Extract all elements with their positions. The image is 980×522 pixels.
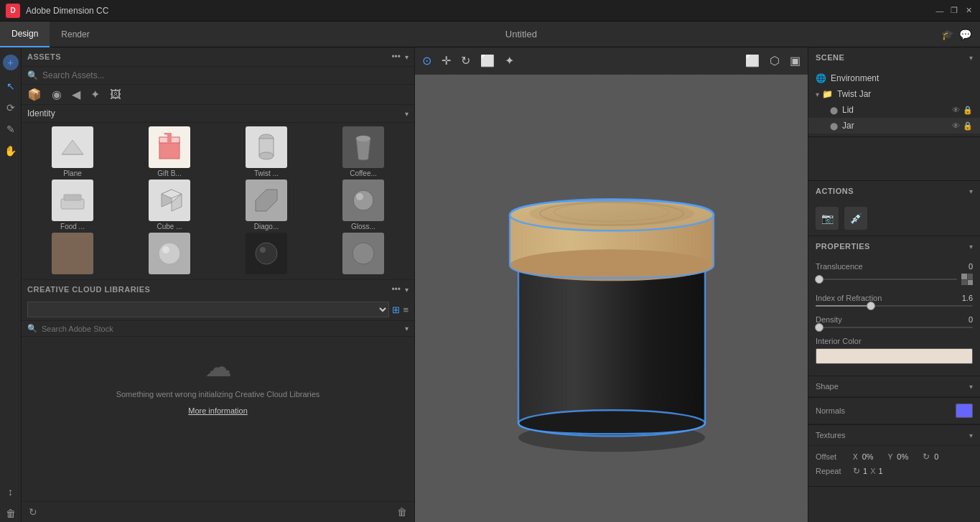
scene-item-label: Jar bbox=[842, 121, 952, 131]
offset-rotate-value: 0 bbox=[934, 452, 938, 461]
rotate-icon[interactable]: ↻ bbox=[461, 54, 470, 67]
select-tool[interactable]: ↖ bbox=[6, 80, 15, 92]
fullscreen-icon[interactable]: ⬜ bbox=[745, 54, 760, 67]
svg-point-32 bbox=[529, 200, 694, 226]
assets-more-icon[interactable]: ••• bbox=[391, 52, 401, 62]
actions-header[interactable]: ACTIONS ▾ bbox=[808, 181, 980, 201]
share-icon[interactable]: 💬 bbox=[959, 29, 971, 40]
cc-more-icon[interactable]: ••• bbox=[391, 284, 401, 294]
maximize-button[interactable]: ❐ bbox=[948, 5, 960, 17]
normals-color-swatch[interactable] bbox=[956, 404, 973, 418]
tab-render[interactable]: Render bbox=[50, 22, 101, 47]
asset-label: Twist ... bbox=[254, 169, 279, 177]
delete-tool[interactable]: 🗑 bbox=[6, 508, 16, 519]
svg-point-9 bbox=[356, 136, 370, 141]
translucence-label: Translucence bbox=[816, 262, 863, 271]
asset-label: Gift B... bbox=[157, 169, 181, 177]
list-item[interactable]: Twist ... bbox=[219, 126, 314, 177]
list-item[interactable] bbox=[25, 233, 120, 276]
interior-color-label: Interior Color bbox=[816, 337, 862, 345]
interior-color-property: Interior Color bbox=[816, 337, 973, 364]
list-item[interactable] bbox=[316, 233, 411, 276]
cc-more-info-link[interactable]: More information bbox=[188, 406, 248, 415]
asset-type-image[interactable]: 🖼 bbox=[110, 88, 121, 101]
interior-color-swatch[interactable] bbox=[816, 348, 973, 364]
screenshot-button[interactable]: 📷 bbox=[816, 207, 839, 230]
cc-delete-icon[interactable]: 🗑 bbox=[397, 506, 407, 518]
assets-chevron-icon[interactable]: ▾ bbox=[405, 53, 409, 61]
list-item[interactable]: Gloss... bbox=[316, 180, 411, 230]
lid-action2-icon[interactable]: 🔒 bbox=[963, 106, 973, 115]
svg-marker-0 bbox=[62, 140, 83, 154]
asset-type-light[interactable]: ◀ bbox=[72, 88, 80, 101]
search-input[interactable] bbox=[42, 70, 409, 80]
properties-header[interactable]: PROPERTIES ▾ bbox=[808, 236, 980, 256]
cc-library-select[interactable] bbox=[27, 302, 389, 317]
select-tool-icon[interactable]: ⊙ bbox=[422, 54, 431, 67]
translucence-grid-icon[interactable] bbox=[961, 274, 973, 285]
cc-chevron-icon[interactable]: ▾ bbox=[405, 286, 409, 294]
actions-chevron-icon: ▾ bbox=[969, 187, 973, 195]
viewport-title: Untitled bbox=[101, 29, 941, 39]
move-tool[interactable]: ✋ bbox=[4, 145, 17, 157]
lid-action1-icon[interactable]: 👁 bbox=[952, 106, 960, 114]
translucence-slider-knob[interactable] bbox=[815, 275, 823, 284]
snap-icon[interactable]: ✦ bbox=[505, 54, 514, 67]
actions-section: ACTIONS ▾ 📷 💉 bbox=[808, 180, 980, 236]
add-tool[interactable]: + bbox=[3, 55, 19, 70]
eyedropper-button[interactable]: 💉 bbox=[844, 207, 867, 230]
ior-slider-knob[interactable] bbox=[867, 302, 875, 310]
jar-action2-icon[interactable]: 🔒 bbox=[963, 121, 973, 131]
scene-item-jar[interactable]: ⬤ Jar 👁 🔒 bbox=[808, 118, 980, 134]
camera-icon[interactable]: ⬡ bbox=[770, 54, 780, 67]
svg-point-16 bbox=[353, 190, 373, 210]
asset-type-material[interactable]: ◉ bbox=[52, 88, 62, 101]
svg-point-19 bbox=[162, 246, 169, 253]
repeat-icon: ↻ bbox=[853, 466, 860, 476]
scene-header[interactable]: SCENE ▾ bbox=[808, 47, 980, 67]
orbit-tool[interactable]: ⟳ bbox=[6, 102, 15, 113]
minimize-button[interactable]: — bbox=[934, 5, 946, 17]
shape-header[interactable]: Shape ▾ bbox=[808, 376, 980, 397]
asset-label: Gloss... bbox=[351, 223, 375, 230]
assets-identity-filter[interactable]: Identity ▾ bbox=[22, 105, 414, 123]
screenshot-icon: 📷 bbox=[821, 213, 834, 224]
asset-grid: Plane Gift B... Twist ... Coffee... bbox=[22, 123, 414, 279]
transform-icon[interactable]: ✛ bbox=[442, 54, 451, 67]
scene-item-lid[interactable]: ⬤ Lid 👁 🔒 bbox=[808, 102, 980, 118]
asset-type-env[interactable]: ✦ bbox=[90, 88, 100, 101]
textures-header[interactable]: Textures ▾ bbox=[808, 425, 980, 446]
scene-item-environment[interactable]: 🌐 Environment bbox=[808, 70, 980, 86]
list-item[interactable]: Food ... bbox=[25, 180, 120, 230]
list-view-icon[interactable]: ≡ bbox=[403, 304, 409, 315]
close-button[interactable]: ✕ bbox=[963, 5, 974, 17]
list-item[interactable]: Cube ... bbox=[122, 180, 217, 230]
pan-tool[interactable]: ✎ bbox=[6, 123, 15, 135]
render-preview-icon[interactable]: ▣ bbox=[790, 54, 801, 67]
scale-tool[interactable]: ↕ bbox=[8, 486, 13, 498]
assets-title: ASSETS bbox=[27, 52, 391, 61]
grid-view-icon[interactable]: ⊞ bbox=[392, 304, 400, 315]
scene-item-twist-jar[interactable]: ▾ 📁 Twist Jar bbox=[808, 86, 980, 102]
viewport[interactable]: ⊙ ✛ ↻ ⬜ ✦ ⬜ ⬡ ▣ bbox=[415, 47, 808, 522]
jar-action1-icon[interactable]: 👁 bbox=[952, 121, 960, 130]
cc-search-chevron[interactable]: ▾ bbox=[405, 325, 409, 332]
list-item[interactable]: Coffee... bbox=[316, 126, 411, 177]
tab-design[interactable]: Design bbox=[0, 22, 50, 47]
tab-right-icons: 🎓 💬 bbox=[941, 29, 980, 40]
list-item[interactable]: Diago... bbox=[219, 180, 314, 230]
list-item[interactable] bbox=[219, 233, 314, 276]
asset-label: Plane bbox=[63, 169, 82, 177]
scene-section: SCENE ▾ 🌐 Environment ▾ 📁 Twist Jar ⬤ bbox=[808, 47, 980, 137]
align-icon[interactable]: ⬜ bbox=[480, 54, 495, 67]
help-icon[interactable]: 🎓 bbox=[941, 29, 953, 40]
density-slider-knob[interactable] bbox=[815, 323, 823, 332]
asset-label: Coffee... bbox=[350, 169, 377, 177]
list-item[interactable]: Plane bbox=[25, 126, 120, 177]
offset-x-axis-label: X bbox=[853, 453, 858, 461]
cc-search-input[interactable] bbox=[42, 325, 405, 333]
list-item[interactable] bbox=[122, 233, 217, 276]
list-item[interactable]: Gift B... bbox=[122, 126, 217, 177]
cc-sync-icon[interactable]: ↻ bbox=[29, 506, 37, 518]
asset-type-3d[interactable]: 📦 bbox=[27, 88, 42, 101]
